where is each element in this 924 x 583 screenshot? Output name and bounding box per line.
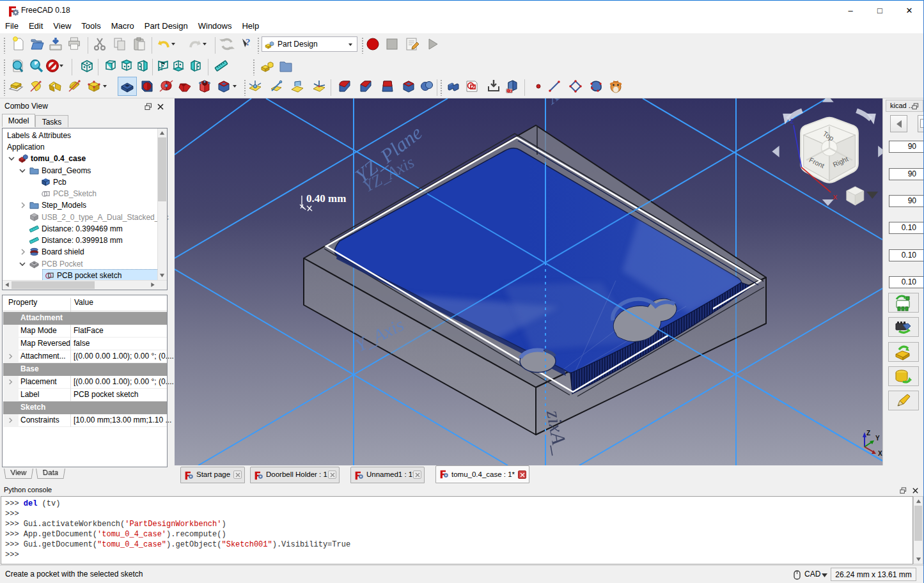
svg-text:z: z	[790, 116, 794, 125]
svg-text:Z: Z	[866, 430, 870, 437]
svg-text:X: X	[878, 450, 882, 457]
svg-text:0.40 mm: 0.40 mm	[306, 192, 346, 205]
svg-text:?: ?	[246, 37, 251, 47]
svg-text:x: x	[833, 192, 838, 201]
svg-text:Y: Y	[875, 435, 880, 442]
